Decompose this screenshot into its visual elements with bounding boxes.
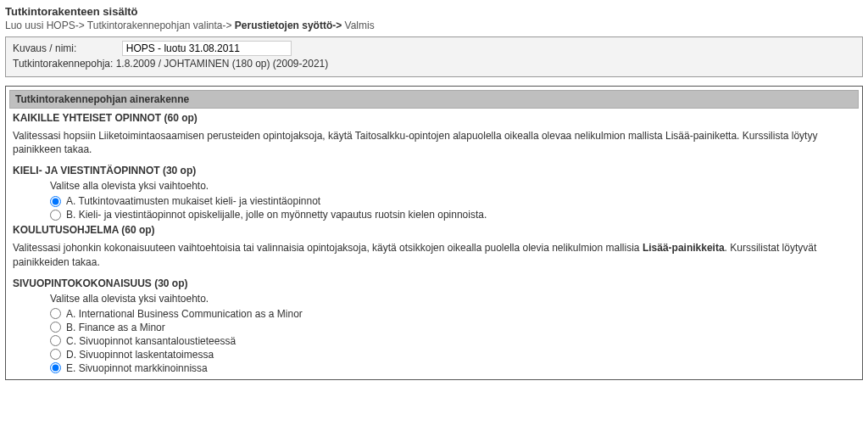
content-box: Tutkintorakennepohjan ainerakenne KAIKIL… — [5, 86, 863, 380]
lang-option-row[interactable]: B. Kieli- ja viestintäopinnot opiskelija… — [50, 209, 859, 221]
info-box: Kuvaus / nimi: Tutkintorakennepohja: 1.8… — [5, 36, 863, 77]
lang-instruction: Valitse alla olevista yksi vaihtoehto. — [50, 180, 859, 192]
breadcrumb-item[interactable]: Tutkintorakennepohjan valinta-> — [87, 20, 232, 31]
minor-option-label: B. Finance as a Minor — [66, 322, 165, 333]
structure-value: 1.8.2009 / JOHTAMINEN (180 op) (2009-202… — [116, 58, 329, 70]
minor-radio-c[interactable] — [50, 335, 61, 346]
lang-option-row[interactable]: A. Tutkintovaatimusten mukaiset kieli- j… — [50, 195, 859, 207]
section-common-title: KAIKILLE YHTEISET OPINNOT (60 op) — [9, 112, 859, 124]
minor-option-row[interactable]: B. Finance as a Minor — [50, 322, 859, 333]
breadcrumb: Luo uusi HOPS-> Tutkintorakennepohjan va… — [5, 20, 863, 31]
minor-option-row[interactable]: C. Sivuopinnot kansantaloustieteessä — [50, 335, 859, 347]
program-text-pre: Valitessasi johonkin kokonaisuuteen vaih… — [13, 242, 643, 254]
minor-radio-a[interactable] — [50, 308, 61, 319]
section-program-title: KOULUTUSOHJELMA (60 op) — [9, 224, 859, 236]
minor-radio-e[interactable] — [50, 362, 61, 373]
description-label: Kuvaus / nimi: — [13, 41, 76, 56]
description-input[interactable] — [122, 41, 292, 56]
minor-radio-b[interactable] — [50, 322, 61, 333]
minor-option-row[interactable]: E. Sivuopinnot markkinoinnissa — [50, 362, 859, 374]
minor-option-label: C. Sivuopinnot kansantaloustieteessä — [66, 335, 236, 347]
breadcrumb-item[interactable]: Valmis — [345, 20, 375, 31]
structure-label: Tutkintorakennepohja: — [13, 58, 113, 70]
minor-option-row[interactable]: A. International Business Communication … — [50, 308, 859, 320]
lang-options: Valitse alla olevista yksi vaihtoehto. A… — [9, 180, 859, 221]
section-program-text: Valitessasi johonkin kokonaisuuteen vaih… — [9, 239, 859, 273]
breadcrumb-item[interactable]: Luo uusi HOPS-> — [5, 20, 85, 31]
section-minor-title: SIVUOPINTOKOKONAISUUS (30 op) — [9, 277, 859, 289]
section-lang-title: KIELI- JA VIESTINTÄOPINNOT (30 op) — [9, 165, 859, 176]
minor-radio-d[interactable] — [50, 349, 61, 360]
content-heading: Tutkintorakennepohjan ainerakenne — [9, 90, 859, 109]
breadcrumb-item-active: Perustietojen syöttö-> — [235, 20, 342, 31]
minor-option-row[interactable]: D. Sivuopinnot laskentatoimessa — [50, 349, 859, 361]
section-common-text: Valitessasi hopsiin Liiketoimintaosaamis… — [9, 127, 859, 161]
lang-radio-b[interactable] — [50, 210, 61, 221]
minor-option-label: D. Sivuopinnot laskentatoimessa — [66, 349, 214, 361]
minor-option-label: E. Sivuopinnot markkinoinnissa — [66, 362, 208, 374]
lang-option-label: A. Tutkintovaatimusten mukaiset kieli- j… — [66, 195, 320, 207]
program-text-bold: Lisää-painikkeita — [643, 242, 725, 254]
lang-option-label: B. Kieli- ja viestintäopinnot opiskelija… — [66, 209, 487, 221]
minor-option-label: A. International Business Communication … — [66, 308, 303, 320]
lang-radio-a[interactable] — [50, 196, 61, 207]
page-title: Tutkintorakenteen sisältö — [5, 5, 863, 18]
minor-instruction: Valitse alla olevista yksi vaihtoehto. — [50, 293, 859, 305]
minor-options: Valitse alla olevista yksi vaihtoehto. A… — [9, 293, 859, 374]
